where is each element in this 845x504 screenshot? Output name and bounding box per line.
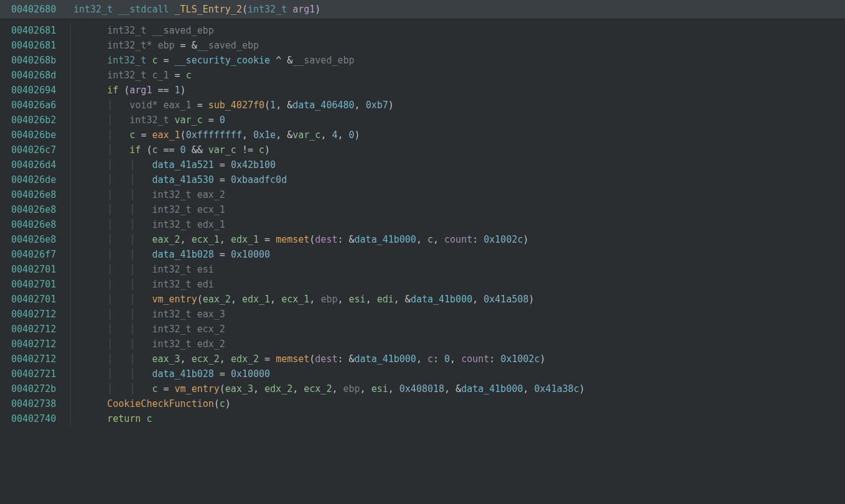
code-line[interactable]: 00402701 │ │ int32_t esi [11,262,845,277]
code-line[interactable]: 00402694 if (arg1 == 1) [11,83,845,98]
code-tokens[interactable]: │ void* eax_1 = sub_4027f0(1, &data_4064… [73,98,394,113]
line-address[interactable]: 004026e8 [11,202,73,217]
code-tokens[interactable]: │ │ int32_t edx_1 [73,217,225,232]
code-line[interactable]: 0040268d int32_t c_1 = c [11,68,845,83]
code-line[interactable]: 00402681 int32_t* ebp = &__saved_ebp [11,38,845,53]
code-line[interactable]: 004026a6 │ void* eax_1 = sub_4027f0(1, &… [11,98,845,113]
code-tokens[interactable]: │ │ int32_t ecx_2 [73,322,225,337]
code-tokens[interactable]: if (arg1 == 1) [73,83,186,98]
line-address[interactable]: 00402740 [11,411,73,426]
code-line[interactable]: 004026e8 │ │ eax_2, ecx_1, edx_1 = memse… [11,232,845,247]
code-line[interactable]: 00402681 int32_t __saved_ebp [11,23,845,38]
code-line[interactable]: 00402701 │ │ int32_t edi [11,277,845,292]
line-address[interactable]: 00402712 [11,337,73,352]
code-line[interactable]: 004026de │ │ data_41a530 = 0xbaadfc0d [11,172,845,187]
code-line[interactable]: 00402712 │ │ int32_t edx_2 [11,337,845,352]
line-address[interactable]: 00402701 [11,262,73,277]
code-line[interactable]: 004026f7 │ │ data_41b028 = 0x10000 [11,247,845,262]
code-line[interactable]: 00402738 CookieCheckFunction(c) [11,396,845,411]
code-tokens[interactable]: int32_t __saved_ebp [73,23,214,38]
line-address[interactable]: 004026e8 [11,187,73,202]
code-tokens[interactable]: │ │ int32_t ecx_1 [73,202,225,217]
code-line[interactable]: 00402712 │ │ int32_t ecx_2 [11,322,845,337]
line-address[interactable]: 004026d4 [11,157,73,172]
code-tokens[interactable]: │ │ eax_3, ecx_2, edx_2 = memset(dest: &… [73,352,546,366]
line-address[interactable]: 004026c7 [11,142,73,157]
line-address[interactable]: 004026e8 [11,232,73,247]
code-tokens[interactable]: │ │ c = vm_entry(eax_3, edx_2, ecx_2, eb… [73,381,585,396]
line-address[interactable]: 004026e8 [11,217,73,232]
code-tokens[interactable]: │ │ data_41b028 = 0x10000 [73,366,270,381]
line-address[interactable]: 004026a6 [11,98,73,113]
code-line[interactable]: 004026c7 │ if (c == 0 && var_c != c) [11,142,845,157]
line-address[interactable]: 0040272b [11,381,73,396]
code-tokens[interactable]: int32_t* ebp = &__saved_ebp [73,38,259,53]
line-address[interactable]: 004026be [11,128,73,142]
code-line[interactable]: 00402701 │ │ vm_entry(eax_2, edx_1, ecx_… [11,292,845,307]
line-address[interactable]: 0040268b [11,53,73,68]
line-address[interactable]: 0040268d [11,68,73,83]
code-tokens[interactable]: │ │ int32_t esi [73,262,214,277]
code-line[interactable]: 00402712 │ │ eax_3, ecx_2, edx_2 = memse… [11,352,845,366]
line-address[interactable]: 00402712 [11,322,73,337]
code-tokens[interactable]: │ c = eax_1(0xffffffff, 0x1e, &var_c, 4,… [73,128,360,142]
code-tokens[interactable]: │ │ int32_t edx_2 [73,337,225,352]
code-line[interactable]: 00402712 │ │ int32_t eax_3 [11,307,845,322]
line-address[interactable]: 004026de [11,172,73,187]
code-tokens[interactable]: int32_t c = __security_cookie ^ &__saved… [73,53,355,68]
code-line[interactable]: 004026be │ c = eax_1(0xffffffff, 0x1e, &… [11,128,845,142]
code-line[interactable]: 004026e8 │ │ int32_t ecx_1 [11,202,845,217]
code-line[interactable]: 0040272b │ │ c = vm_entry(eax_3, edx_2, … [11,381,845,396]
code-tokens[interactable]: │ │ data_41b028 = 0x10000 [73,247,270,262]
code-tokens[interactable]: int32_t c_1 = c [73,68,192,83]
code-tokens[interactable]: │ │ data_41a521 = 0x42b100 [73,157,276,172]
decompiler-body: 00402681 int32_t __saved_ebp00402681 int… [0,19,845,426]
code-tokens[interactable]: │ │ eax_2, ecx_1, edx_1 = memset(dest: &… [73,232,529,247]
code-tokens[interactable]: │ int32_t var_c = 0 [73,113,225,128]
function-header: 00402680 int32_t __stdcall _TLS_Entry_2(… [0,0,845,19]
line-address[interactable]: 004026f7 [11,247,73,262]
line-address[interactable]: 00402681 [11,38,73,53]
line-address[interactable]: 00402712 [11,352,73,366]
code-line[interactable]: 00402740 return c [11,411,845,426]
line-address[interactable]: 00402701 [11,292,73,307]
code-tokens[interactable]: CookieCheckFunction(c) [73,396,231,411]
code-line[interactable]: 00402721 │ │ data_41b028 = 0x10000 [11,366,845,381]
code-tokens[interactable]: │ │ data_41a530 = 0xbaadfc0d [73,172,287,187]
code-line[interactable]: 0040268b int32_t c = __security_cookie ^… [11,53,845,68]
code-line[interactable]: 004026e8 │ │ int32_t eax_2 [11,187,845,202]
code-line[interactable]: 004026d4 │ │ data_41a521 = 0x42b100 [11,157,845,172]
line-address[interactable]: 00402738 [11,396,73,411]
code-tokens[interactable]: return c [73,411,152,426]
code-tokens[interactable]: │ │ vm_entry(eax_2, edx_1, ecx_1, ebp, e… [73,292,535,307]
code-tokens[interactable]: │ │ int32_t eax_3 [73,307,225,322]
line-address[interactable]: 00402694 [11,83,73,98]
code-tokens[interactable]: │ │ int32_t edi [73,277,214,292]
header-address[interactable]: 00402680 [11,2,73,17]
function-signature[interactable]: int32_t __stdcall _TLS_Entry_2(int32_t a… [73,2,320,17]
line-address[interactable]: 00402681 [11,23,73,38]
code-tokens[interactable]: │ if (c == 0 && var_c != c) [73,142,270,157]
line-address[interactable]: 00402712 [11,307,73,322]
code-line[interactable]: 004026e8 │ │ int32_t edx_1 [11,217,845,232]
line-address[interactable]: 00402701 [11,277,73,292]
line-address[interactable]: 004026b2 [11,113,73,128]
line-address[interactable]: 00402721 [11,366,73,381]
code-line[interactable]: 004026b2 │ int32_t var_c = 0 [11,113,845,128]
code-tokens[interactable]: │ │ int32_t eax_2 [73,187,225,202]
